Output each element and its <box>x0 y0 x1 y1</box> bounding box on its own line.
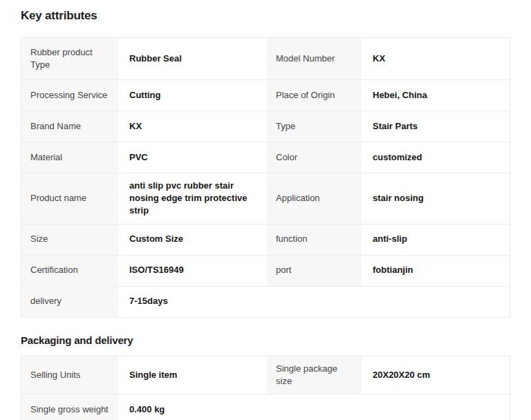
attr-label: function <box>267 225 362 255</box>
attr-value: customized <box>362 142 510 173</box>
key-attributes-heading: Key attributes <box>21 9 510 23</box>
attr-value: fobtianjin <box>362 256 510 286</box>
attr-value: stair nosing <box>362 173 510 224</box>
attr-value: Stair Parts <box>362 111 510 142</box>
table-row: Processing Service Cutting Place of Orig… <box>21 80 510 111</box>
attr-value: anti slip pvc rubber stair nosing edge t… <box>118 173 267 224</box>
attr-label: Color <box>267 142 362 173</box>
table-row: Rubber product Type Rubber Seal Model Nu… <box>21 38 510 80</box>
attr-value: KX <box>118 111 267 142</box>
attr-label: Certification <box>21 256 118 286</box>
attr-value: anti-slip <box>362 225 510 255</box>
table-row: Material PVC Color customized <box>21 142 510 173</box>
table-row: Size Custom Size function anti-slip <box>21 225 510 256</box>
attr-label: delivery <box>21 287 118 317</box>
product-attributes-page: Key attributes Rubber product Type Rubbe… <box>0 0 531 420</box>
attr-label: Processing Service <box>21 80 118 111</box>
attr-value: 20X20X20 cm <box>362 356 510 394</box>
table-row: Certification ISO/TS16949 port fobtianji… <box>21 256 510 287</box>
attr-label: Selling Units <box>21 356 118 394</box>
attr-label: Type <box>267 111 362 142</box>
attr-label: Brand Name <box>21 111 118 142</box>
attr-value: Rubber Seal <box>118 38 267 79</box>
table-row: Selling Units Single item Single package… <box>21 356 510 394</box>
attr-label: Rubber product Type <box>21 38 118 79</box>
attr-label: Single package size <box>267 356 362 394</box>
attr-value: ISO/TS16949 <box>118 256 267 286</box>
attr-value: KX <box>362 38 510 79</box>
attr-label: Place of Origin <box>267 80 362 111</box>
attr-label: Application <box>267 173 362 224</box>
attr-label: Material <box>21 142 118 173</box>
attr-label: Size <box>21 225 118 255</box>
attr-label: Product name <box>21 173 118 224</box>
attr-value: Cutting <box>118 80 267 111</box>
table-row: Brand Name KX Type Stair Parts <box>21 111 510 142</box>
key-attributes-table: Rubber product Type Rubber Seal Model Nu… <box>21 37 510 318</box>
table-row: Single gross weight 0.400 kg <box>21 394 510 420</box>
attr-value: Single item <box>118 356 267 394</box>
attr-label: port <box>267 256 362 286</box>
attr-value: 0.400 kg <box>118 394 510 420</box>
attr-value: Hebei, China <box>362 80 510 111</box>
packaging-and-delivery-heading: Packaging and delivery <box>21 334 510 346</box>
attr-label: Single gross weight <box>21 394 118 420</box>
attr-value: Custom Size <box>118 225 267 255</box>
table-row: delivery 7-15days <box>21 287 510 317</box>
attr-value: 7-15days <box>118 287 510 317</box>
packaging-and-delivery-table: Selling Units Single item Single package… <box>21 356 510 420</box>
attr-value: PVC <box>118 142 267 173</box>
attr-label: Model Number <box>267 38 362 79</box>
table-row: Product name anti slip pvc rubber stair … <box>21 173 510 225</box>
